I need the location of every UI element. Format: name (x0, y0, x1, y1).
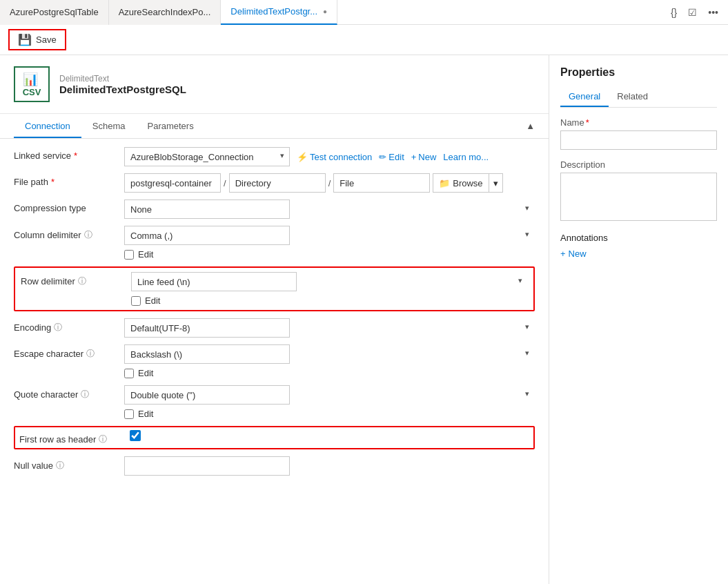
quote-character-select[interactable]: Double quote (") (124, 385, 290, 405)
null-value-label: Null value ⓘ (14, 456, 124, 471)
linked-service-row-controls: AzureBlobStorage_Connection ⚡ Test conne… (124, 147, 535, 166)
save-label: Save (36, 35, 57, 45)
code-button[interactable]: {} (667, 4, 681, 21)
escape-character-row: Escape character ⓘ Backslash (\) Edit (14, 344, 535, 378)
tab-azure-postgresql[interactable]: AzurePostgreSqlTable (0, 0, 109, 25)
browse-button[interactable]: 📁 Browse (433, 173, 488, 193)
compression-type-select[interactable]: None (124, 199, 290, 219)
file-path-row: File path * / / 📁 Browse (14, 173, 535, 193)
first-row-header-row: First row as header ⓘ (14, 426, 535, 449)
annotations-label: Annotations (560, 233, 717, 243)
save-button[interactable]: 💾 Save (8, 29, 66, 50)
tab-label: DelimitedTextPostgr... (230, 6, 317, 17)
test-connection-button[interactable]: ⚡ Test connection (297, 152, 372, 162)
quote-character-select-wrap: Double quote (") (124, 385, 535, 405)
browse-caret-button[interactable]: ▾ (489, 173, 503, 193)
linked-service-select[interactable]: AzureBlobStorage_Connection (124, 147, 290, 166)
description-label: Description (560, 159, 717, 170)
row-delimiter-info-icon: ⓘ (78, 275, 86, 287)
name-input[interactable]: DelimitedTextPostgreSQL (560, 130, 717, 150)
new-linked-service-button[interactable]: + New (411, 152, 437, 162)
content-tabs: Connection Schema Parameters ▲ (0, 114, 549, 139)
escape-character-select[interactable]: Backslash (\) (124, 344, 290, 364)
row-delimiter-select-wrap: Line feed (\n) (131, 272, 528, 291)
properties-tabs: General Related (560, 87, 717, 108)
column-delimiter-row: Column delimiter ⓘ Comma (,) Edit (14, 226, 535, 260)
plus-icon: + (411, 152, 417, 162)
left-panel: 📊 CSV DelimitedText DelimitedTextPostgre… (0, 55, 549, 584)
tab-schema[interactable]: Schema (81, 114, 137, 138)
collapse-button[interactable]: ▲ (526, 114, 535, 138)
row-delimiter-edit-row: Edit (131, 295, 528, 306)
container-input[interactable] (124, 173, 221, 193)
props-tab-general[interactable]: General (560, 87, 609, 107)
encoding-select[interactable]: Default(UTF-8) (124, 318, 290, 338)
dataset-header: 📊 CSV DelimitedText DelimitedTextPostgre… (0, 55, 549, 114)
escape-character-select-wrap: Backslash (\) (124, 344, 535, 364)
required-indicator: * (51, 177, 55, 187)
tab-label: AzurePostgreSqlTable (10, 7, 99, 17)
browse-button-group: 📁 Browse ▾ (433, 173, 502, 193)
tab-bar: AzurePostgreSqlTable AzureSearchIndexPo.… (0, 0, 728, 25)
row-delimiter-row: Row delimiter ⓘ Line feed (\n) Edit (14, 266, 535, 311)
right-panel: Properties General Related Name * Delimi… (549, 55, 728, 584)
learn-more-link[interactable]: Learn mo... (443, 152, 489, 162)
file-path-inputs: / / 📁 Browse ▾ (124, 173, 535, 193)
encoding-row: Encoding ⓘ Default(UTF-8) (14, 318, 535, 338)
row-delimiter-controls: Line feed (\n) Edit (131, 272, 528, 306)
edit-icon: ✏ (379, 152, 386, 162)
compression-type-controls: None (124, 199, 535, 219)
tab-label: AzureSearchIndexPo... (119, 7, 211, 17)
tab-actions: {} ☑ ••• (667, 4, 728, 21)
dataset-type: DelimitedText (59, 74, 186, 84)
form-section: Linked service * AzureBlobStorage_Connec… (0, 139, 549, 584)
linked-service-row: Linked service * AzureBlobStorage_Connec… (14, 147, 535, 166)
description-field: Description (560, 159, 717, 223)
close-tab-icon[interactable]: ● (323, 8, 327, 15)
column-delimiter-edit-checkbox[interactable] (124, 250, 134, 260)
tab-delimited-text[interactable]: DelimitedTextPostgr... ● (221, 0, 337, 25)
props-tab-related[interactable]: Related (609, 87, 656, 107)
first-row-header-controls (130, 430, 529, 441)
dataset-info: DelimitedText DelimitedTextPostgreSQL (59, 74, 186, 95)
new-annotation-button[interactable]: + New (560, 249, 717, 259)
compression-select-wrap: None (124, 199, 535, 219)
row-delimiter-label: Row delimiter ⓘ (21, 272, 131, 287)
validate-button[interactable]: ☑ (684, 4, 701, 21)
escape-character-edit-checkbox[interactable] (124, 369, 134, 378)
file-input[interactable] (333, 173, 430, 193)
column-delimiter-edit-row: Edit (124, 249, 535, 260)
properties-title: Properties (560, 66, 717, 79)
null-value-input[interactable] (124, 456, 290, 476)
escape-character-label: Escape character ⓘ (14, 344, 124, 360)
escape-character-controls: Backslash (\) Edit (124, 344, 535, 378)
null-value-info-icon: ⓘ (56, 460, 64, 471)
column-delimiter-controls: Comma (,) Edit (124, 226, 535, 260)
path-separator-2: / (328, 178, 331, 188)
edit-linked-service-button[interactable]: ✏ Edit (379, 152, 404, 162)
folder-icon: 📁 (439, 178, 450, 188)
name-required: * (586, 117, 589, 128)
tab-azure-search[interactable]: AzureSearchIndexPo... (109, 0, 222, 25)
tab-connection[interactable]: Connection (14, 114, 81, 138)
first-row-header-checkbox[interactable] (130, 430, 141, 441)
file-path-controls: / / 📁 Browse ▾ (124, 173, 535, 193)
first-row-header-info-icon: ⓘ (99, 434, 107, 445)
linked-service-select-wrap: AzureBlobStorage_Connection (124, 147, 290, 166)
row-delimiter-edit-checkbox[interactable] (131, 296, 141, 306)
tab-parameters[interactable]: Parameters (136, 114, 204, 138)
escape-character-edit-row: Edit (124, 368, 535, 378)
name-label: Name * (560, 117, 717, 128)
directory-input[interactable] (229, 173, 326, 193)
first-row-header-label: First row as header ⓘ (19, 430, 130, 445)
compression-type-label: Compression type (14, 199, 124, 213)
row-delimiter-select[interactable]: Line feed (\n) (131, 272, 297, 291)
encoding-info-icon: ⓘ (54, 322, 62, 333)
quote-character-edit-checkbox[interactable] (124, 409, 134, 419)
description-textarea[interactable] (560, 173, 717, 221)
more-options-button[interactable]: ••• (704, 4, 722, 21)
column-delimiter-select[interactable]: Comma (,) (124, 226, 290, 245)
quote-character-controls: Double quote (") Edit (124, 385, 535, 419)
test-icon: ⚡ (297, 152, 308, 162)
required-indicator: * (74, 150, 77, 161)
